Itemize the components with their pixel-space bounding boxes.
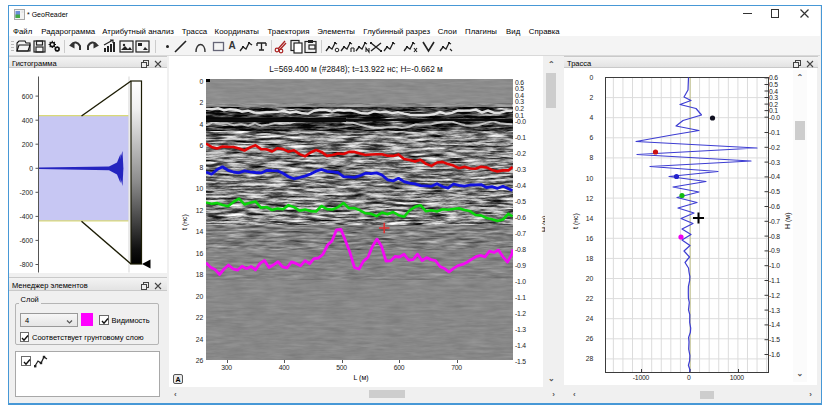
svg-text:200: 200 <box>22 141 34 148</box>
svg-text:600: 600 <box>22 93 34 100</box>
svg-text:0: 0 <box>29 165 33 172</box>
svg-text:400: 400 <box>22 117 34 124</box>
svg-text:-400: -400 <box>19 213 33 220</box>
svg-text:-200: -200 <box>19 189 33 196</box>
svg-text:-800: -800 <box>19 261 33 268</box>
svg-text:-600: -600 <box>19 237 33 244</box>
